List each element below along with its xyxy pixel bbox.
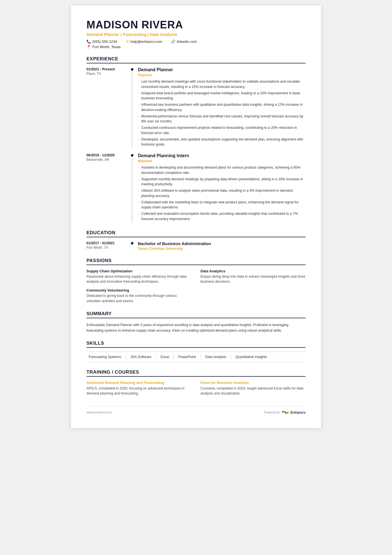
summary-text: Enthusiastic Demand Planner with 3 years…: [86, 322, 306, 333]
phone-icon: 📞: [86, 40, 91, 44]
linkedin-icon: 🔗: [171, 40, 175, 44]
passions-section: PASSIONS Supply Chain Optimization Passi…: [86, 258, 306, 304]
passion-item-0: Supply Chain Optimization Passionate abo…: [86, 269, 192, 285]
linkedin-contact: 🔗 linkedin.com: [171, 40, 197, 44]
exp-right-1: Demand Planning Intern Walmart Assisted …: [135, 153, 306, 223]
email-icon: ✉: [126, 40, 129, 44]
summary-section: SUMMARY Enthusiastic Demand Planner with…: [86, 311, 306, 333]
location-contact: 📍 Fort Worth, Texas: [86, 45, 306, 49]
bullet-0-3: Monitored performance versus forecast an…: [138, 114, 306, 124]
exp-divider-0: [130, 67, 135, 148]
passions-section-title: PASSIONS: [86, 258, 306, 265]
passion-desc-2: Dedicated to giving back to the communit…: [86, 293, 192, 304]
training-item-0: Advanced Demand Planning and Forecasting…: [86, 381, 192, 396]
powered-by-text: Powered by: [264, 411, 280, 414]
education-entry-0: 01/2017 - 01/2021 Fort Worth, TX Bachelo…: [86, 241, 306, 251]
footer-website: www.enhancv.com: [86, 411, 112, 414]
experience-entry-0: 01/2021 - Present Plano, TX Demand Plann…: [86, 67, 306, 148]
exp-job-title-1: Demand Planning Intern: [138, 153, 306, 158]
exp-right-0: Demand Planner Pepsico Led monthly deman…: [135, 67, 306, 148]
email-contact: ✉ help@enhancv.com: [126, 40, 162, 44]
exp-line-1: [132, 157, 132, 223]
skill-1: JDA Software: [126, 354, 156, 360]
location-icon: 📍: [86, 45, 91, 49]
edu-location-0: Fort Worth, TX: [86, 246, 127, 250]
training-section-title: TRAINING / COURSES: [86, 369, 306, 377]
passion-title-0: Supply Chain Optimization: [86, 269, 192, 273]
skill-3: PowerPoint: [174, 354, 201, 360]
skill-5: Quantitative Insights: [231, 354, 271, 360]
edu-date-0: 01/2017 - 01/2021: [86, 241, 127, 245]
skills-section-title: SKILLS: [86, 341, 306, 348]
exp-location-1: Bentonville, AR: [86, 158, 127, 162]
header: MADISON RIVERA Demand Planner | Forecast…: [86, 19, 306, 49]
candidate-name: MADISON RIVERA: [86, 19, 306, 31]
exp-dot-1: [131, 154, 133, 157]
education-section-title: EDUCATION: [86, 230, 306, 237]
exp-dot-0: [131, 68, 133, 71]
passion-item-2: Community Volunteering Dedicated to givi…: [86, 288, 192, 304]
bullet-0-5: Developed, documented, and updated assum…: [138, 137, 306, 147]
exp-left-1: 06/2019 - 12/2020 Bentonville, AR: [86, 153, 130, 223]
edu-degree-0: Bachelor of Business Administration: [138, 241, 306, 246]
skill-0: Forecasting Systems: [86, 354, 126, 360]
passion-title-1: Data Analytics: [200, 269, 306, 273]
passion-desc-0: Passionate about enhancing supply chain …: [86, 274, 192, 285]
exp-job-title-0: Demand Planner: [138, 67, 306, 72]
edu-divider-0: [130, 241, 135, 251]
skills-list: Forecasting Systems JDA Software Excel P…: [86, 352, 306, 362]
experience-section: EXPERIENCE 01/2021 - Present Plano, TX D…: [86, 56, 306, 223]
phone-number: (555) 555-1234: [92, 40, 117, 44]
edu-school-0: Texas Christian University: [138, 246, 306, 251]
bullet-1-0: Assisted in developing and documenting d…: [138, 165, 306, 176]
passion-item-1: Data Analytics Enjoys diving deep into d…: [200, 269, 306, 285]
resume-page: MADISON RIVERA Demand Planner | Forecast…: [71, 6, 321, 428]
footer-powered: Powered by Enhancv: [264, 410, 306, 415]
linkedin-url: linkedin.com: [177, 40, 197, 44]
exp-company-0: Pepsico: [138, 73, 306, 77]
edu-dot-0: [131, 242, 133, 245]
bullet-1-2: Utilized JDA software to analyze sales p…: [138, 188, 306, 199]
bullet-1-3: Collaborated with the marketing team to …: [138, 200, 306, 210]
footer: www.enhancv.com Powered by Enhancv: [86, 406, 306, 415]
header-contacts: 📞 (555) 555-1234 ✉ help@enhancv.com 🔗 li…: [86, 40, 306, 44]
bullet-0-4: Conducted continuous improvement project…: [138, 125, 306, 136]
training-section: TRAINING / COURSES Advanced Demand Plann…: [86, 369, 306, 396]
passion-desc-1: Enjoys diving deep into data to extract …: [200, 274, 306, 285]
bullet-1-4: Collected and evaluated consumption tren…: [138, 211, 306, 222]
candidate-title: Demand Planner | Forecasting | Data Anal…: [86, 32, 306, 37]
edu-right-0: Bachelor of Business Administration Texa…: [135, 241, 306, 251]
experience-section-title: EXPERIENCE: [86, 56, 306, 63]
training-desc-0: APICS, completed in 2020, focusing on ad…: [86, 386, 192, 396]
skill-4: Data Analysis: [201, 354, 231, 360]
exp-location-0: Plano, TX: [86, 72, 127, 76]
training-item-1: Excel for Business Analysts Coursera, co…: [200, 381, 306, 396]
edu-left-0: 01/2017 - 01/2021 Fort Worth, TX: [86, 241, 130, 251]
phone-contact: 📞 (555) 555-1234: [86, 40, 117, 44]
training-title-0: Advanced Demand Planning and Forecasting: [86, 381, 192, 385]
training-grid: Advanced Demand Planning and Forecasting…: [86, 381, 306, 396]
education-section: EDUCATION 01/2017 - 01/2021 Fort Worth, …: [86, 230, 306, 251]
bullet-1-1: Supported monthly demand meetings by pre…: [138, 177, 306, 187]
enhancv-icon: [282, 410, 289, 415]
skills-section: SKILLS Forecasting Systems JDA Software …: [86, 341, 306, 362]
bullet-0-2: Influenced key business partners with qu…: [138, 102, 306, 113]
exp-date-1: 06/2019 - 12/2020: [86, 153, 127, 157]
bullet-0-1: Analyzed total brand portfolio and lever…: [138, 91, 306, 101]
location-text: Fort Worth, Texas: [92, 45, 121, 49]
enhancv-logo: Enhancv: [282, 410, 306, 415]
training-title-1: Excel for Business Analysts: [200, 381, 306, 385]
exp-company-1: Walmart: [138, 159, 306, 163]
skill-2: Excel: [156, 354, 174, 360]
exp-bullets-0: Led monthly demand meetings with cross-f…: [138, 79, 306, 147]
exp-line-0: [132, 71, 132, 148]
experience-entry-1: 06/2019 - 12/2020 Bentonville, AR Demand…: [86, 153, 306, 223]
passion-title-2: Community Volunteering: [86, 288, 192, 292]
exp-left-0: 01/2021 - Present Plano, TX: [86, 67, 130, 148]
exp-divider-1: [130, 153, 135, 223]
email-address: help@enhancv.com: [130, 40, 162, 44]
enhancv-brand-name: Enhancv: [291, 410, 306, 415]
passions-grid: Supply Chain Optimization Passionate abo…: [86, 269, 306, 304]
exp-date-0: 01/2021 - Present: [86, 67, 127, 71]
summary-section-title: SUMMARY: [86, 311, 306, 318]
